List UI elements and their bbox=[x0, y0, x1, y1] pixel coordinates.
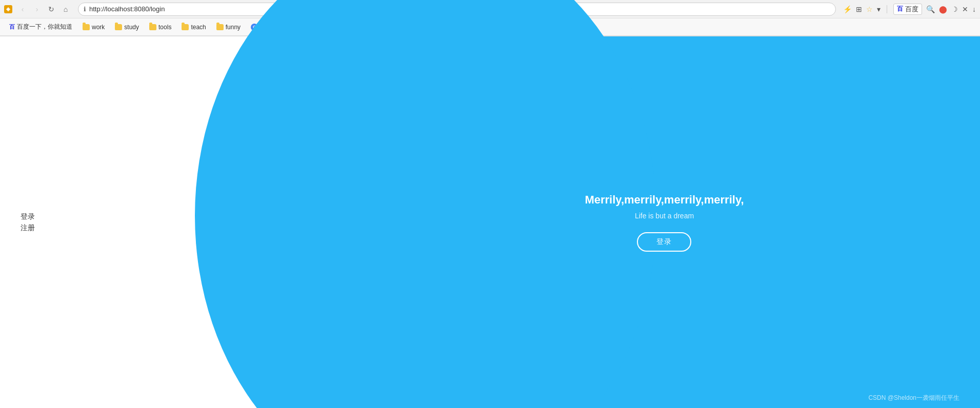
bookmark-tools[interactable]: tools bbox=[145, 22, 175, 32]
footer-text: CSDN @Sheldon一袭烟雨任平生 bbox=[868, 394, 959, 402]
close-icon[interactable]: ✕ bbox=[962, 5, 968, 13]
baidu-bookmark-label: 百度一下，你就知道 bbox=[17, 23, 72, 31]
bookmark-work-label: work bbox=[92, 24, 105, 31]
baidu-bookmark-icon: 百 bbox=[9, 23, 15, 31]
right-panel: Merrily,merrily,merrily,merrily, Life is… bbox=[390, 36, 980, 408]
baidu-text: 百度 bbox=[905, 5, 918, 14]
folder-icon bbox=[83, 24, 90, 30]
bookmark-teach[interactable]: teach bbox=[177, 22, 210, 32]
download-icon[interactable]: ↓ bbox=[972, 5, 976, 13]
right-icons-group: ⚡ ⊞ ☆ ▾ 百 百度 🔍 ⬤ ☽ ✕ ↓ bbox=[843, 4, 976, 15]
bookmark-teach-label: teach bbox=[191, 24, 206, 31]
tagline-sub: Life is but a dream bbox=[585, 212, 744, 220]
folder-icon bbox=[149, 24, 156, 30]
right-content: Merrily,merrily,merrily,merrily, Life is… bbox=[585, 193, 785, 252]
lightning-icon[interactable]: ⚡ bbox=[843, 5, 852, 13]
home-button[interactable]: ⌂ bbox=[59, 3, 72, 15]
bookmark-baidu[interactable]: 百 百度一下，你就知道 bbox=[5, 21, 76, 33]
info-icon: ℹ bbox=[84, 6, 86, 13]
folder-icon bbox=[216, 24, 224, 30]
login-button[interactable]: 登录 bbox=[637, 232, 691, 252]
bookmark-work[interactable]: work bbox=[78, 22, 109, 32]
dropdown-icon[interactable]: ▾ bbox=[877, 5, 881, 13]
refresh-button[interactable]: ↻ bbox=[45, 3, 57, 15]
baidu-button[interactable]: 百 百度 bbox=[893, 4, 922, 15]
nav-buttons: ‹ › ↻ ⌂ bbox=[16, 3, 72, 15]
search-icon[interactable]: 🔍 bbox=[926, 5, 935, 13]
bookmark-tools-label: tools bbox=[158, 24, 171, 31]
color-icon[interactable]: ⬤ bbox=[939, 5, 947, 13]
url-text: http://localhost:8080/login bbox=[89, 5, 165, 13]
grid-icon[interactable]: ⊞ bbox=[856, 5, 862, 13]
bookmark-study[interactable]: study bbox=[111, 22, 143, 32]
forward-button[interactable]: › bbox=[31, 3, 43, 15]
separator bbox=[887, 5, 887, 13]
folder-icon bbox=[115, 24, 122, 30]
tagline-main: Merrily,merrily,merrily,merrily, bbox=[585, 193, 744, 207]
bookmark-funny-label: funny bbox=[226, 24, 241, 31]
moon-icon[interactable]: ☽ bbox=[951, 5, 958, 13]
browser-logo-icon: ◈ bbox=[4, 5, 12, 13]
back-button[interactable]: ‹ bbox=[16, 3, 29, 15]
folder-icon bbox=[182, 24, 189, 30]
star-icon[interactable]: ☆ bbox=[866, 5, 873, 13]
baidu-icon: 百 bbox=[897, 5, 903, 13]
bookmark-funny[interactable]: funny bbox=[212, 22, 245, 32]
bookmark-study-label: study bbox=[124, 24, 139, 31]
main-content: 登录 注册 Merrily,merrily,merrily,merrily, L… bbox=[0, 36, 980, 408]
